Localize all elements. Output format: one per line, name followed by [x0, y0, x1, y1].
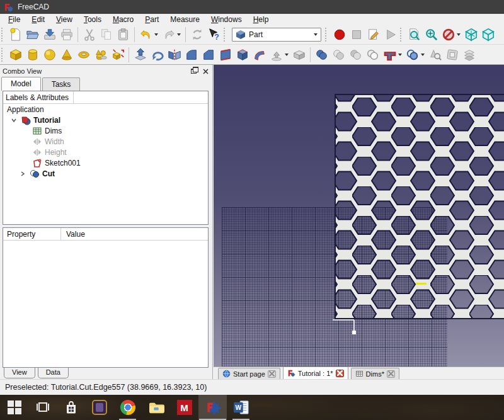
axonometric-view-button[interactable] — [462, 26, 479, 43]
save-button[interactable] — [41, 26, 58, 43]
macro-play-button[interactable] — [382, 26, 399, 43]
menu-edit[interactable]: Edit — [26, 14, 50, 25]
split-dropdown-arrow[interactable] — [421, 54, 425, 56]
tree-item-width[interactable]: Width — [3, 136, 208, 147]
task-view-button[interactable] — [28, 395, 57, 420]
float-panel-button[interactable] — [189, 67, 198, 76]
honeycomb-plate[interactable] — [335, 94, 504, 319]
tree-item-tutorial[interactable]: Tutorial — [3, 115, 208, 125]
toolbar-drag-handle[interactable] — [325, 28, 329, 42]
menu-view[interactable]: View — [50, 14, 78, 25]
refresh-button[interactable] — [188, 26, 205, 43]
extrude-button[interactable] — [132, 46, 149, 63]
preselected-edge-highlight[interactable] — [416, 283, 427, 285]
boolean-union-button[interactable] — [313, 46, 330, 63]
tab-model[interactable]: Model — [1, 77, 41, 91]
menu-file[interactable]: File — [3, 14, 26, 25]
title-bar[interactable]: FreeCAD — [0, 0, 504, 14]
print-button[interactable] — [58, 26, 75, 43]
sweep-button[interactable] — [251, 46, 268, 63]
cut-clipboard-button[interactable] — [81, 26, 98, 43]
expander-closed[interactable] — [18, 169, 27, 178]
part-box-button[interactable] — [7, 46, 24, 63]
zoom-button[interactable] — [423, 26, 440, 43]
whats-this-button[interactable]: ? — [205, 26, 222, 43]
taskbar-app-button[interactable] — [85, 395, 113, 420]
thickness-button[interactable] — [290, 46, 307, 63]
draw-style-dropdown-arrow[interactable] — [457, 33, 461, 36]
tree-item-dims[interactable]: Dims — [3, 125, 208, 136]
defeaturing-button[interactable] — [444, 46, 461, 63]
view-front-button[interactable] — [479, 26, 496, 43]
workbench-selector[interactable]: Part — [232, 28, 321, 42]
revolve-button[interactable] — [149, 46, 166, 63]
toolbar-drag-handle[interactable] — [1, 28, 6, 42]
check-geometry-button[interactable] — [427, 46, 444, 63]
copy-button[interactable] — [98, 26, 115, 43]
tree-item-height[interactable]: Height — [3, 147, 208, 157]
redo-dropdown-arrow[interactable] — [177, 33, 181, 36]
open-file-button[interactable] — [24, 26, 41, 43]
undo-button[interactable] — [137, 26, 154, 43]
m-app-button[interactable]: M — [170, 395, 198, 420]
part-torus-button[interactable] — [75, 46, 92, 63]
part-sphere-button[interactable] — [41, 46, 58, 63]
menu-measure[interactable]: Measure — [164, 14, 205, 25]
cross-sections-button[interactable] — [461, 46, 478, 63]
loft-button[interactable] — [234, 46, 251, 63]
toolbar-drag-handle[interactable] — [224, 28, 228, 42]
redo-button[interactable] — [160, 26, 177, 43]
start-button[interactable] — [0, 395, 28, 420]
tab-start-page[interactable]: Start page — [218, 368, 280, 379]
ruled-surface-button[interactable] — [217, 46, 234, 63]
toolbar-drag-handle[interactable] — [400, 28, 404, 42]
fit-all-button[interactable] — [406, 26, 423, 43]
new-file-button[interactable] — [7, 26, 24, 43]
menu-macro[interactable]: Macro — [107, 14, 139, 25]
shape-builder-button[interactable] — [109, 46, 126, 63]
boolean-common-button[interactable] — [330, 46, 347, 63]
menu-part[interactable]: Part — [139, 14, 164, 25]
tree-item-sketch001[interactable]: Sketch001 — [3, 157, 208, 168]
split-features-button[interactable] — [404, 46, 421, 63]
join-dropdown-arrow[interactable] — [398, 54, 402, 56]
draw-style-button[interactable] — [440, 26, 457, 43]
part-cone-button[interactable] — [58, 46, 75, 63]
menu-windows[interactable]: Windows — [205, 14, 248, 25]
chrome-button[interactable] — [113, 395, 142, 420]
close-panel-button[interactable] — [201, 67, 210, 76]
file-explorer-button[interactable] — [142, 395, 170, 420]
mirror-button[interactable] — [166, 46, 183, 63]
tab-view[interactable]: View — [4, 368, 35, 378]
tree-item-cut[interactable]: Cut — [3, 168, 208, 179]
close-tab-button[interactable] — [387, 370, 395, 378]
boolean-cut-button[interactable] — [347, 46, 364, 63]
freecad-taskbar-button[interactable] — [198, 395, 227, 420]
menu-tools[interactable]: Tools — [78, 14, 107, 25]
3d-viewport[interactable] — [214, 65, 504, 366]
tree-item-application[interactable]: Application — [3, 104, 208, 115]
section-button[interactable] — [364, 46, 381, 63]
chamfer-button[interactable] — [200, 46, 217, 63]
part-cylinder-button[interactable] — [24, 46, 41, 63]
close-tab-button[interactable] — [336, 370, 344, 377]
close-tab-button[interactable] — [268, 370, 276, 378]
macro-stop-button[interactable] — [348, 26, 365, 43]
menu-help[interactable]: Help — [248, 14, 275, 25]
toolbar-drag-handle[interactable] — [1, 48, 6, 62]
offset-button[interactable] — [268, 46, 285, 63]
tab-tutorial[interactable]: Tutorial : 1* — [283, 366, 348, 379]
expander-open[interactable] — [9, 116, 18, 125]
tab-dims[interactable]: Dims* — [351, 368, 399, 379]
join-features-button[interactable] — [381, 46, 398, 63]
fillet-button[interactable] — [183, 46, 200, 63]
tab-tasks[interactable]: Tasks — [42, 77, 81, 91]
microsoft-store-button[interactable] — [57, 395, 85, 420]
offset-dropdown-arrow[interactable] — [285, 54, 289, 56]
word-button[interactable]: W — [227, 395, 255, 420]
paste-button[interactable] — [115, 26, 132, 43]
macro-edit-button[interactable] — [365, 26, 382, 43]
tab-data[interactable]: Data — [38, 368, 69, 378]
part-primitives-button[interactable] — [92, 46, 109, 63]
macro-record-button[interactable] — [331, 26, 348, 43]
